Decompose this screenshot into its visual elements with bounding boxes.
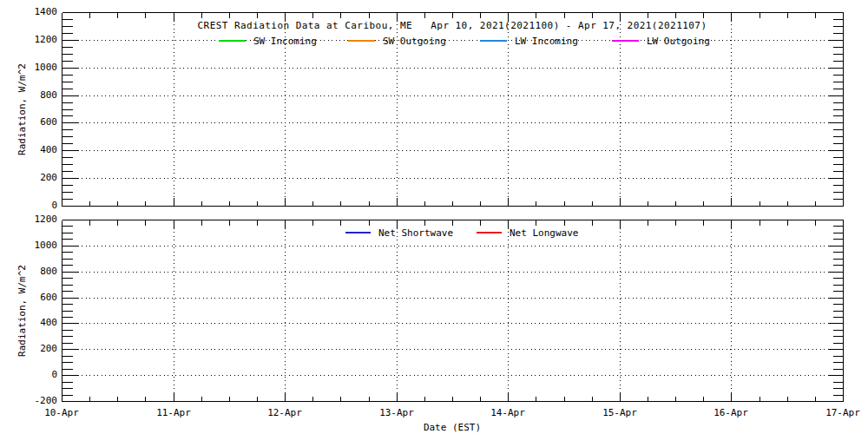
x-tick-label: 11-Apr	[136, 407, 211, 418]
x-axis-label: Date (EST)	[62, 422, 843, 433]
y-tick-label: 200	[0, 172, 57, 183]
y-tick-label: 1200	[0, 214, 57, 225]
y-tick-label: 1000	[0, 62, 57, 73]
x-tick-label: 15-Apr	[582, 407, 657, 418]
legend-label-net-longwave: Net Longwave	[510, 227, 578, 239]
x-tick-label: 16-Apr	[694, 407, 768, 418]
y-tick-label: 800	[0, 266, 57, 277]
y-tick-label: 200	[0, 343, 57, 354]
legend-label-lw-incoming: LW Incoming	[515, 36, 578, 47]
y-tick-label: 800	[0, 89, 57, 101]
legend-label-lw-outgoing: LW Outgoing	[647, 36, 710, 47]
y-tick-label: 600	[0, 292, 57, 303]
legend-label-sw-outgoing: SW Outgoing	[383, 36, 446, 47]
legend-item-sw-incoming: SW Incoming	[219, 35, 317, 47]
y-tick-label: 1000	[0, 240, 57, 251]
axes-canvas	[0, 0, 868, 434]
legend-line-net-longwave	[477, 232, 502, 233]
chart-title: CREST Radiation Data at Caribou, ME Apr …	[62, 20, 843, 31]
legend-line-sw-outgoing	[348, 40, 375, 42]
x-tick-label: 14-Apr	[470, 407, 545, 418]
top-y-axis-label: Radiation, W/m^2	[16, 63, 28, 155]
x-tick-label: 10-Apr	[24, 407, 99, 418]
x-tick-label: 13-Apr	[359, 407, 434, 418]
y-tick-label: 1200	[0, 34, 57, 45]
y-tick-label: 0	[0, 369, 57, 380]
legend-item-net-shortwave: Net Shortwave	[345, 227, 453, 239]
legend-item-net-longwave: Net Longwave	[477, 227, 578, 239]
legend-label-sw-incoming: SW Incoming	[253, 36, 317, 47]
x-tick-label: 12-Apr	[247, 407, 322, 418]
legend-line-sw-incoming	[219, 40, 246, 42]
legend-label-net-shortwave: Net Shortwave	[378, 227, 453, 239]
legend-item-sw-outgoing: SW Outgoing	[348, 35, 446, 47]
radiation-chart: CREST Radiation Data at Caribou, ME Apr …	[0, 0, 868, 434]
y-tick-label: 1400	[0, 6, 57, 17]
y-tick-label: 400	[0, 317, 57, 328]
y-tick-label: 0	[0, 200, 57, 211]
y-tick-label: 400	[0, 144, 57, 155]
legend-item-lw-incoming: LW Incoming	[480, 35, 578, 47]
legend-item-lw-outgoing: LW Outgoing	[612, 35, 710, 47]
y-tick-label: -200	[0, 395, 57, 406]
legend-line-lw-incoming	[480, 40, 507, 42]
legend-line-net-shortwave	[345, 232, 371, 233]
legend-line-lw-outgoing	[612, 40, 639, 42]
y-tick-label: 600	[0, 116, 57, 128]
x-tick-label: 17-Apr	[806, 407, 868, 418]
